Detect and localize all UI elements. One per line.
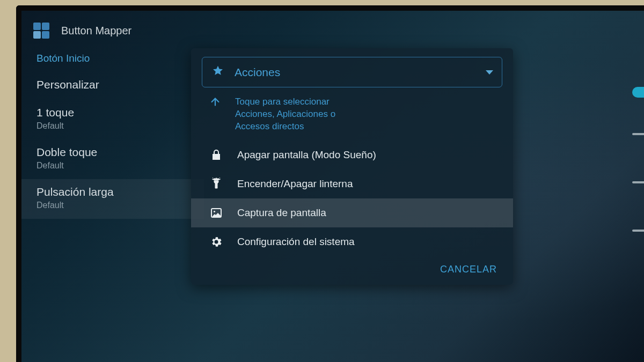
single-tap-indicator [632, 133, 644, 135]
lock-icon [209, 148, 223, 162]
dialog-hint-text: Toque para seleccionar Acciones, Aplicac… [235, 96, 369, 133]
action-sleep-screen[interactable]: Apagar pantalla (Modo Sueño) [191, 141, 513, 169]
dialog-footer: CANCELAR [191, 256, 513, 282]
arrow-up-icon [209, 96, 221, 112]
cancel-button[interactable]: CANCELAR [440, 264, 497, 275]
dialog-hint: Toque para seleccionar Acciones, Aplicac… [191, 93, 513, 141]
sidebar-item-subtitle: Default [36, 201, 204, 210]
flashlight-icon [209, 177, 223, 191]
tv-screen: Button Mapper Botón Inicio Personalizar … [16, 5, 644, 362]
svg-point-3 [214, 211, 215, 212]
sidebar-item-long-press[interactable]: Pulsación larga Default [21, 179, 204, 219]
sidebar-item-single-tap[interactable]: 1 toque Default [36, 100, 204, 139]
chevron-down-icon [486, 70, 493, 75]
long-press-indicator [632, 230, 644, 232]
sidebar: Botón Inicio Personalizar 1 toque Defaul… [21, 49, 204, 219]
action-screenshot[interactable]: Captura de pantalla [191, 198, 513, 227]
action-label: Apagar pantalla (Modo Sueño) [237, 149, 376, 161]
action-flashlight[interactable]: Encender/Apagar linterna [191, 169, 513, 198]
double-tap-indicator [632, 181, 644, 183]
sidebar-item-subtitle: Default [36, 121, 204, 131]
action-label: Configuración del sistema [237, 236, 355, 248]
sidebar-item-double-tap[interactable]: Doble toque Default [36, 139, 204, 179]
category-dropdown[interactable]: Acciones [202, 57, 502, 87]
image-icon [209, 206, 223, 220]
customize-toggle[interactable] [632, 87, 644, 98]
sidebar-customize[interactable]: Personalizar [36, 78, 204, 91]
gear-icon [209, 235, 223, 249]
action-label: Captura de pantalla [237, 207, 326, 219]
svg-rect-0 [215, 181, 218, 183]
sidebar-home-link[interactable]: Botón Inicio [36, 49, 204, 72]
sidebar-item-title: 1 toque [36, 106, 204, 119]
svg-rect-1 [216, 183, 217, 188]
app-icon [33, 23, 49, 39]
action-label: Encender/Apagar linterna [237, 178, 353, 190]
action-system-settings[interactable]: Configuración del sistema [191, 227, 513, 256]
app-header: Button Mapper [21, 23, 644, 39]
actions-dialog: Acciones Toque para seleccionar Acciones… [191, 48, 513, 285]
app-title: Button Mapper [61, 25, 131, 37]
dropdown-label: Acciones [235, 66, 280, 79]
star-icon [212, 65, 224, 79]
sidebar-item-title: Doble toque [36, 146, 204, 159]
sidebar-item-title: Pulsación larga [36, 186, 204, 198]
sidebar-item-subtitle: Default [36, 161, 204, 171]
